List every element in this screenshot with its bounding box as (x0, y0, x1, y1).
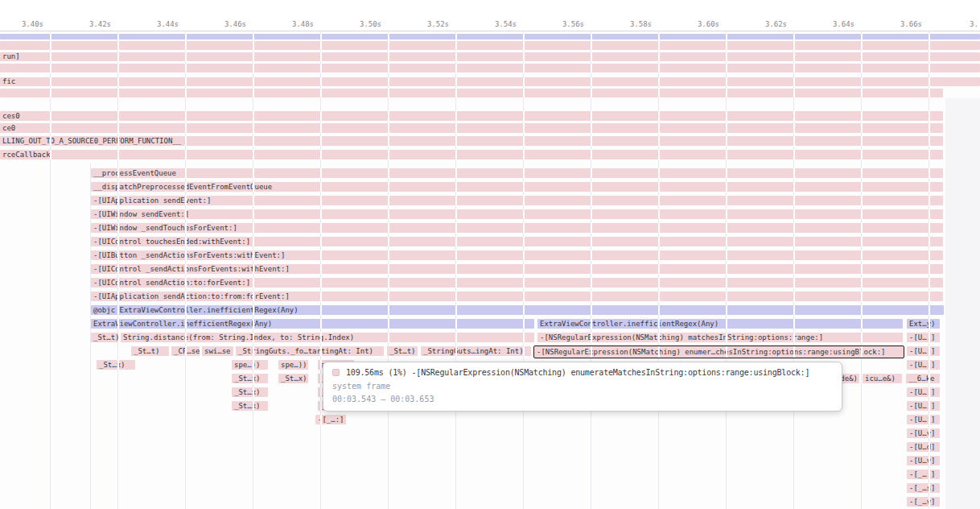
gridline-slit (658, 346, 660, 358)
gridline-slit (117, 209, 119, 219)
flame-frame[interactable]: String.distance(from: String.Index, to: … (121, 333, 534, 342)
flame-frame[interactable]: LLING_OUT_TO_A_SOURCE0_PERFORM_FUNCTION_… (0, 136, 943, 146)
gridline-slit (591, 305, 592, 315)
flame-frame[interactable]: __processEventQueue (91, 168, 943, 178)
flame-frame[interactable]: spe…)) (278, 360, 308, 370)
gridline-slit (929, 237, 930, 246)
gridline-slit (185, 196, 187, 205)
timeline-ruler[interactable]: 3.40s3.42s3.44s3.46s3.48s3.50s3.52s3.54s… (0, 0, 980, 31)
gridline-slit (658, 136, 660, 146)
frame-label: -[U…:] (907, 333, 940, 342)
gridline-slit (793, 250, 795, 260)
flame-frame[interactable]: __dispatchPreprocessedEventFromEventQueu… (91, 182, 943, 192)
gridline-slit (455, 168, 457, 178)
flame-frame[interactable]: -[U…:] (907, 346, 940, 356)
time-tick-label: 3.40s (8, 20, 43, 28)
flame-frame[interactable]: -[UIApplication sendEvent:] (91, 196, 943, 205)
frame-tooltip: 109.56ms (1%) -[NSRegularExpression(NSMa… (323, 362, 842, 412)
flame-frame[interactable]: ce0 (0, 123, 943, 133)
flame-frame[interactable]: _St…x) (232, 401, 268, 411)
flame-frame[interactable]: _St…x) (97, 360, 135, 370)
flame-frame[interactable]: -[_…v] (907, 497, 940, 507)
flame-frame[interactable] (0, 89, 943, 97)
gridline-slit (793, 346, 795, 358)
flame-frame[interactable]: spe…)) (232, 360, 268, 370)
flame-frame[interactable]: -[UIWindow _sendTouchesForEvent:] (91, 223, 943, 233)
flame-frame[interactable]: -[UIControl touchesEnded:withEvent:] (91, 237, 943, 246)
flame-frame[interactable]: rceCallback (0, 150, 943, 159)
gridline-slit (793, 333, 795, 342)
gridline-slit (591, 250, 592, 260)
gridline-slit (185, 223, 187, 233)
gridline-slit (253, 182, 254, 192)
flame-frame[interactable]: -[_…s] (907, 483, 940, 493)
frame-label: _St…x) (232, 374, 268, 383)
flame-frame[interactable]: _St…t) (387, 346, 418, 356)
gridline-slit (320, 250, 322, 260)
gridline-slit (455, 292, 457, 301)
flame-frame[interactable]: ExtraViewController.inefficientRegex(Any… (91, 319, 534, 329)
flame-frame[interactable]: -[UIWindow sendEvent:] (91, 209, 943, 219)
frame-label: @objc ExtraViewController.inefficientReg… (91, 305, 944, 315)
flame-frame[interactable]: _StringGuts._fo…tartingAt: Int) (236, 346, 384, 356)
flame-frame-selected[interactable]: -[NSRegularExpression(NSMatching) enumer… (534, 346, 904, 358)
flame-frame[interactable]: -[UIControl sendAction:to:forEvent:] (91, 278, 943, 288)
flame-frame[interactable]: icu…e&) (863, 374, 902, 383)
flame-frame[interactable]: swi…se (202, 346, 233, 356)
flame-frame[interactable]: _St…t) (131, 346, 169, 356)
flame-frame[interactable]: -[NSRegularExpression(NSMatching) matche… (537, 333, 903, 342)
flame-frame[interactable]: _St…t) (91, 333, 118, 342)
flame-frame[interactable] (0, 41, 980, 50)
frame-label: -[UIWindow _sendTouchesForEvent:] (91, 223, 943, 233)
gridline-slit (861, 319, 863, 329)
flame-frame[interactable]: -[UIButton _sendActionsForEvents:withEve… (91, 250, 943, 260)
flame-frame[interactable]: -[U…:] (907, 387, 940, 397)
flame-frame[interactable]: -[U…v] (907, 428, 940, 438)
flame-frame[interactable]: -[_…:] (315, 415, 346, 424)
flame-frame[interactable]: run] (0, 52, 980, 61)
flame-frame[interactable]: -[U…v] (907, 456, 940, 466)
flame-frame[interactable]: ExtraViewController.inefficientRegex(Any… (537, 319, 903, 329)
gridline-slit (455, 41, 457, 50)
flame-frame[interactable] (0, 34, 980, 39)
flame-frame[interactable]: -[U…:] (907, 415, 940, 424)
flame-frame[interactable]: _St…x) (232, 374, 268, 383)
flame-frame[interactable]: ces0 (0, 111, 943, 121)
flame-frame[interactable]: -[U…:] (907, 401, 940, 411)
flame-frame[interactable]: Ext…y) (907, 319, 940, 329)
gridline-slit (117, 34, 119, 39)
flame-frame[interactable]: fic (0, 77, 980, 86)
flame-frame[interactable]: _StringGuts…ingAt: Int) (421, 346, 531, 356)
gridline-slit (591, 89, 592, 97)
gridline-slit (861, 250, 863, 260)
flame-frame[interactable]: -[UIApplication sendAction:to:from:forEv… (91, 292, 943, 301)
gridline-slit (253, 278, 254, 288)
gridline-slit (591, 223, 592, 233)
gridline-slit (929, 52, 930, 61)
flame-frame[interactable] (0, 64, 980, 72)
flame-frame[interactable]: -[U…d] (907, 442, 940, 452)
flame-frame[interactable]: @objc ExtraViewController.inefficientReg… (91, 305, 944, 315)
flame-frame[interactable]: -[U…:] (907, 333, 940, 342)
gridline-slit (591, 150, 592, 159)
frame-label: -[U…v] (907, 456, 940, 466)
frame-label: _St…x) (278, 374, 308, 383)
flame-chart[interactable]: run]ficces0ce0LLING_OUT_TO_A_SOURCE0_PER… (0, 0, 980, 509)
flame-frame[interactable]: _CF…se (171, 346, 200, 356)
flame-frame[interactable]: __6…ke (906, 374, 940, 383)
gridline-slit (726, 209, 727, 219)
flame-frame[interactable]: -[_…:] (907, 470, 940, 479)
flame-frame[interactable]: -[U…:] (907, 360, 940, 370)
flame-frame[interactable]: _St…x) (232, 387, 268, 397)
gridline-slit (523, 292, 525, 301)
gridline-slit (793, 168, 795, 178)
gridline-slit (793, 237, 795, 246)
gridline-slit (320, 319, 322, 329)
gridline-slit (523, 319, 525, 329)
flame-frame[interactable]: _St…x) (278, 374, 308, 383)
gridline-slit (591, 182, 592, 192)
gridline-slit (253, 264, 254, 274)
gridline-slit (861, 41, 863, 50)
flame-frame[interactable]: -[UIControl _sendActionsForEvents:withEv… (91, 264, 943, 274)
frame-label: -[UIControl touchesEnded:withEvent:] (91, 237, 943, 246)
